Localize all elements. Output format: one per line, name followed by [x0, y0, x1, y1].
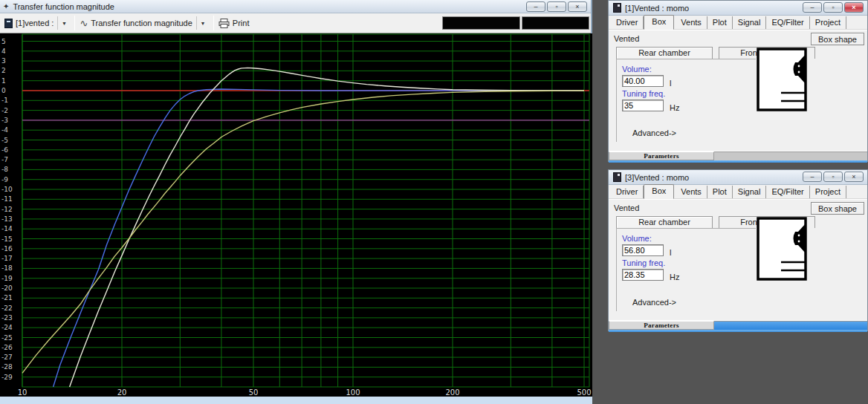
window1-content: Vented Box shape Rear chamber Front cham…	[609, 30, 867, 151]
legend-swatch-1[interactable]	[442, 16, 520, 30]
svg-text:-11: -11	[1, 195, 13, 203]
svg-text:4: 4	[1, 48, 6, 55]
svg-text:-9: -9	[1, 176, 8, 183]
tuning-freq-input[interactable]	[622, 100, 664, 111]
tab-plot[interactable]: Plot	[707, 186, 733, 198]
maximize-button[interactable]: ▫	[547, 1, 566, 12]
progress-bar	[714, 321, 867, 330]
plot-toolbar: [1]vented : ▼ ∿ Transfer function magnit…	[0, 13, 591, 33]
advanced-link[interactable]: Advanced->	[632, 298, 756, 307]
rear-chamber-tab[interactable]: Rear chamber	[616, 216, 713, 228]
window3-content: Vented Box shape Rear chamber Front cham…	[609, 199, 867, 320]
window1-status-bar: Parameters	[609, 151, 867, 160]
window3-status-bar: Parameters	[609, 320, 867, 330]
parameters-tab[interactable]: Parameters	[609, 152, 714, 160]
svg-text:-17: -17	[1, 255, 13, 262]
box-type-label: Vented	[614, 203, 639, 212]
minimize-button[interactable]: –	[803, 172, 822, 182]
close-button[interactable]: ×	[568, 1, 587, 12]
svg-text:-8: -8	[1, 166, 8, 173]
window1-titlebar[interactable]: [1]Vented : momo – ▫ ×	[609, 1, 867, 16]
svg-text:-29: -29	[1, 374, 13, 381]
volume-label: Volume:	[622, 234, 756, 243]
chamber-parameters-group: Volume: l Tuning freq. Hz Advanced->	[616, 228, 756, 311]
chamber-parameters-group: Volume: l Tuning freq. Hz Advanced->	[616, 59, 756, 142]
tab-driver[interactable]: Driver	[611, 186, 644, 198]
legend-swatch-2[interactable]	[522, 16, 589, 30]
svg-text:0: 0	[1, 87, 6, 94]
plot-type-label: Transfer function magnitude	[91, 19, 192, 27]
svg-text:-25: -25	[1, 334, 13, 342]
plot-window-title: Transfer function magnitude	[13, 2, 114, 11]
advanced-link[interactable]: Advanced->	[632, 128, 756, 137]
tab-signal[interactable]: Signal	[733, 186, 767, 198]
tuning-freq-label: Tuning freq.	[622, 89, 756, 98]
restore-button[interactable]: ▫	[823, 172, 843, 182]
status-bar-fill	[714, 152, 867, 160]
transfer-function-chart[interactable]: 543210-1-2-3-4-5-6-7-8-9-10-11-12-13-14-…	[0, 33, 592, 404]
tuning-freq-input[interactable]	[622, 269, 664, 281]
svg-text:-10: -10	[1, 186, 13, 193]
tab-eq-filter[interactable]: EQ/Filter	[766, 186, 809, 198]
print-label: Print	[233, 19, 250, 27]
tab-project[interactable]: Project	[810, 16, 846, 29]
minimize-button[interactable]: –	[803, 2, 822, 13]
box-shape-button[interactable]: Box shape	[811, 202, 864, 215]
tab-signal[interactable]: Signal	[733, 16, 767, 29]
rear-chamber-tab[interactable]: Rear chamber	[616, 47, 713, 59]
print-button[interactable]: Print	[218, 19, 250, 28]
close-button[interactable]: ×	[844, 172, 864, 182]
tuning-freq-unit: Hz	[670, 273, 679, 281]
restore-button[interactable]: ▫	[823, 2, 843, 13]
tab-vents[interactable]: Vents	[676, 186, 707, 198]
close-button[interactable]: ×	[844, 2, 864, 13]
svg-text:-27: -27	[1, 354, 13, 361]
volume-label: Volume:	[622, 65, 756, 74]
svg-text:-3: -3	[1, 117, 8, 124]
tab-box[interactable]: Box	[644, 15, 674, 30]
svg-text:-28: -28	[1, 363, 13, 371]
tab-project[interactable]: Project	[810, 186, 846, 198]
plot-window-icon: ✦	[3, 2, 9, 10]
minimize-button[interactable]: –	[526, 1, 545, 12]
source-selector[interactable]: [1]vented : ▼	[3, 16, 70, 30]
svg-text:-18: -18	[1, 264, 13, 272]
svg-text:2: 2	[1, 67, 6, 74]
volume-unit: l	[670, 79, 671, 88]
svg-text:-26: -26	[1, 344, 13, 351]
svg-text:-22: -22	[1, 304, 13, 312]
vented-window-3: [3]Vented : momo – ▫ × Driver Box Vents …	[608, 169, 868, 331]
desktop: ✦ Transfer function magnitude – ▫ × [1]v…	[0, 0, 868, 404]
tab-eq-filter[interactable]: EQ/Filter	[766, 16, 809, 29]
plot-window-titlebar[interactable]: ✦ Transfer function magnitude – ▫ ×	[0, 0, 591, 13]
window1-icon	[613, 3, 621, 13]
svg-text:-1: -1	[1, 97, 8, 104]
tab-box[interactable]: Box	[644, 184, 674, 199]
tab-driver[interactable]: Driver	[611, 16, 644, 29]
tab-vents[interactable]: Vents	[676, 16, 707, 29]
window3-icon	[613, 172, 621, 182]
svg-text:-13: -13	[1, 215, 13, 223]
parameters-tab[interactable]: Parameters	[609, 321, 714, 330]
chevron-down-icon[interactable]: ▼	[196, 16, 209, 30]
svg-text:-19: -19	[1, 275, 13, 282]
tab-plot[interactable]: Plot	[707, 16, 733, 29]
svg-text:1: 1	[1, 77, 6, 85]
window3-title: [3]Vented : momo	[625, 173, 689, 182]
svg-text:-20: -20	[1, 284, 13, 292]
window3-bottom-border	[609, 330, 867, 332]
volume-input[interactable]	[622, 244, 664, 256]
svg-text:-16: -16	[1, 245, 13, 252]
box-diagram	[757, 217, 809, 282]
svg-text:-7: -7	[1, 156, 8, 163]
chevron-down-icon[interactable]: ▼	[57, 16, 70, 30]
plot-type-selector[interactable]: ∿ Transfer function magnitude ▼	[80, 16, 208, 30]
window3-titlebar[interactable]: [3]Vented : momo – ▫ ×	[609, 170, 867, 185]
window1-tabs: Driver Box Vents Plot Signal EQ/Filter P…	[609, 16, 867, 30]
svg-text:-4: -4	[1, 126, 8, 134]
svg-text:200: 200	[445, 388, 459, 397]
volume-input[interactable]	[622, 75, 664, 87]
box-shape-button[interactable]: Box shape	[811, 33, 864, 45]
toolbar-separator	[213, 16, 214, 30]
svg-text:-15: -15	[1, 235, 13, 243]
